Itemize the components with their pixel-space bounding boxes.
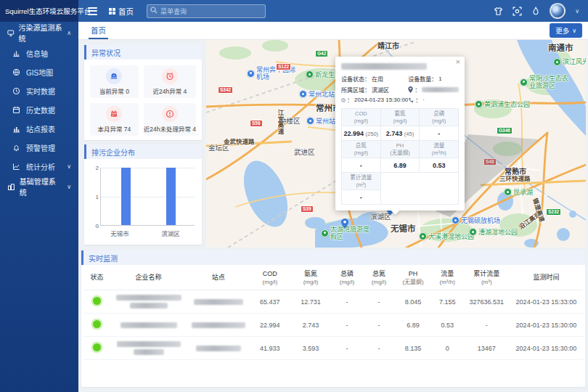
sidebar-item-info-axis[interactable]: 信息轴 [0,44,78,62]
x-category: 无锡市 [102,229,138,237]
card-month-abnormal[interactable]: 本月异常 74 [90,103,139,136]
sidebar-item-station-report[interactable]: 站点报表 [0,119,78,138]
redacted-company-name [111,341,187,355]
calendar-icon [12,106,20,114]
map-label-park: 昆承湖 [504,187,533,197]
metric-header: PH(无量纲) [380,141,420,158]
map-label-district: 武进区 [294,147,315,157]
card-current-abnormal[interactable]: 当前异常 0 [90,65,139,98]
card-24h-abnormal[interactable]: 近24h异常 4 [144,65,196,98]
cell-nh3: 3.593 [290,337,331,360]
card-value: 4 [192,126,196,133]
sidebar-item-alert-management[interactable]: 预警管理 [0,138,78,157]
line-chart-icon [12,163,20,171]
cell-tn: - [363,290,395,314]
park-marker-icon [504,188,512,196]
collapse-caret-icon: ∧ [67,30,71,36]
y-tick: 0 [90,223,99,229]
theme-skin-icon[interactable] [494,7,503,16]
station-map-pin[interactable] [341,219,348,232]
cell-tp: - [331,290,363,314]
sidebar-item-statistics[interactable]: 统计分析 ∨ [0,157,78,176]
poi-marker-icon [299,90,307,98]
alarm-clock-icon [162,68,178,84]
user-avatar[interactable] [550,3,565,19]
time-label: ： [347,96,353,104]
cell-time: 2024-01-23 15:30:00 [510,337,582,360]
status-normal-icon [93,320,101,328]
redacted-company-name [111,295,187,309]
metric-header: 流量(m³/h) [420,141,459,158]
bar-chart-icon [12,49,20,57]
region-value: 滨湖区 [372,86,389,94]
sidebar-section-basic-management[interactable]: 基础管理系统 ∨ [0,176,78,197]
sidebar-item-history-data[interactable]: 历史数据 [0,100,78,119]
table-row[interactable]: 65.437 12.731 - - 8.045 7.155 327636.531… [83,290,582,314]
phone-label: ： [415,96,421,104]
alarm-lamp-icon [106,68,122,84]
redacted-company-name [111,322,187,328]
redacted-address [422,87,459,92]
col-header: PH(无量纲) [395,266,431,290]
cell-tn: - [363,337,395,360]
metric-header: 总磷(mg/l) [420,109,459,126]
item-label: 站点报表 [26,123,55,134]
map-label-city: 南通市 [548,41,573,53]
empty-cell [380,173,458,205]
cell-nh3: 2.743 [290,314,331,337]
tab-bar: 首页 更多 ∨ [78,22,588,40]
route-badge: S39 [301,205,314,213]
topnav-home[interactable]: 首页 [109,6,134,17]
sidebar-section-pollution-monitoring[interactable]: 污染源监测系统 ∧ [0,22,78,44]
more-button[interactable]: 更多 ∨ [550,23,582,38]
table-row[interactable]: 41.933 3.593 - - 8.135 0 13467 2024-01-2… [83,337,582,360]
y-tick: 1 [90,194,99,200]
metric-value: - [420,126,459,141]
x-category: 滨湖区 [152,229,189,237]
metric-header: 氨氮(mg/l) [380,109,420,126]
park-marker-icon [469,228,477,236]
more-caret-icon: ∨ [572,28,576,34]
panel-title: 实时监测 [81,250,585,265]
card-24h-unhandled-abnormal[interactable]: 近24h未处理异常 4 [144,103,196,136]
menu-search-input[interactable] [147,4,266,18]
col-header: 总氮(mg/l) [363,266,395,290]
gis-map[interactable]: 常州市 无锡市 南通市 靖江市 常熟市 钟楼区 武进区 金坛区 滨湖区 金武快速… [206,40,586,248]
menu-search [147,4,266,19]
panel-title: 异常状况 [84,45,202,60]
status-normal-icon [93,343,101,351]
card-label: 当前异常 [99,88,124,95]
redacted-station-name [188,299,249,305]
item-label: 预警管理 [26,142,55,153]
park-marker-icon [321,229,329,237]
map-label-park: 滨江风光带 [553,58,586,66]
panel-title: 排污企业分布 [84,144,202,159]
tab-home[interactable]: 首页 [89,22,108,39]
col-header: 累计流量(m³) [463,266,510,290]
sidebar-item-gis-map[interactable]: GIS地图 [0,62,78,81]
hamburger-menu-icon[interactable] [88,7,97,15]
monitor-icon [7,29,15,37]
col-header: 总磷(mg/l) [331,266,363,290]
popup-device-info: 设备状态：在用 设备数量：1 所属区域：滨湖区 ： ： 2024-01-23 1… [341,75,459,104]
fullscreen-capture-icon[interactable] [513,7,522,16]
more-button-label: 更多 [555,25,569,36]
report-bars-icon [12,125,20,133]
metric-value: 22.994 (250) [342,126,381,141]
popup-close-icon[interactable]: × [456,58,460,66]
bar-wuxi[interactable] [121,168,131,225]
distribution-bar-chart: 2 1 0 无锡市 滨湖区 [89,162,197,240]
table-row[interactable]: 22.994 2.743 - - 6.89 0.53 - 2024-01-23 … [83,314,582,337]
user-menu-caret-icon[interactable]: ∨ [575,8,579,15]
map-label-park: 黄泗浦生态公园 [475,99,530,109]
clock-icon [12,87,20,95]
park-marker-icon [553,58,561,66]
bar-binhu[interactable] [166,168,176,225]
route-badge: S58 [250,120,263,127]
poi-marker-icon [247,70,255,78]
topbar-actions: ∨ [494,3,588,19]
map-label-park: 漕湖湿地公园 [469,227,518,237]
flame-icon[interactable] [531,7,540,16]
location-pin-icon [408,86,413,93]
sidebar-item-realtime-data[interactable]: 实时数据 [0,81,78,100]
